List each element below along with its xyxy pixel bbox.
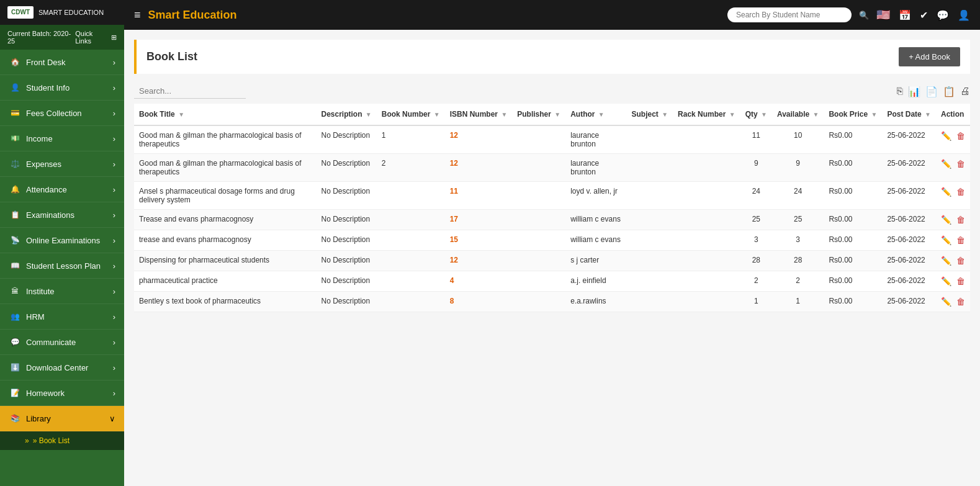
main-content: ≡ Smart Education 🔍 🇺🇸 📅 ✔ 💬 👤 Book List… xyxy=(124,0,980,486)
cell-publisher xyxy=(512,230,565,251)
sidebar-item-communicate[interactable]: 💬Communicate › xyxy=(0,330,124,355)
sidebar-item-expenses[interactable]: ⚖️Expenses › xyxy=(0,151,124,177)
delete-button[interactable]: 🗑 xyxy=(956,235,965,245)
cell-book-price: Rs0.00 xyxy=(824,210,882,230)
calendar-icon[interactable]: 📅 xyxy=(899,9,911,21)
sidebar-item-homework[interactable]: 📝Homework › xyxy=(0,380,124,406)
chevron-right-icon: › xyxy=(113,312,115,322)
col-qty[interactable]: Qty ▼ xyxy=(740,104,772,125)
edit-button[interactable]: ✏️ xyxy=(941,276,951,286)
add-book-button[interactable]: + Add Book xyxy=(899,47,960,66)
flag-icon[interactable]: 🇺🇸 xyxy=(876,8,890,22)
cell-publisher xyxy=(512,182,565,210)
col-book-number[interactable]: Book Number ▼ xyxy=(377,104,445,125)
delete-button[interactable]: 🗑 xyxy=(956,159,965,169)
cell-qty: 2 xyxy=(740,271,772,292)
sidebar-item-examinations[interactable]: 📋Examinations › xyxy=(0,202,124,228)
sidebar-item-online-examinations[interactable]: 📡Online Examinations › xyxy=(0,228,124,253)
cell-action: ✏️ 🗑 xyxy=(936,230,970,251)
sidebar-item-library[interactable]: 📚Library ∨ xyxy=(0,406,124,431)
hamburger-icon[interactable]: ≡ xyxy=(134,9,141,22)
cell-description: No Description xyxy=(317,125,377,154)
sidebar-item-hrm[interactable]: 👥HRM › xyxy=(0,304,124,330)
delete-button[interactable]: 🗑 xyxy=(956,256,965,266)
student-info-icon: 👤 xyxy=(9,81,21,94)
sidebar-item-front-desk[interactable]: 🏠Front Desk › xyxy=(0,50,124,75)
cell-isbn-number: 8 xyxy=(445,292,513,312)
sidebar-item-label: HRM xyxy=(26,312,45,322)
col-rack-number[interactable]: Rack Number ▼ xyxy=(673,104,740,125)
sidebar-logo: CDWT SMART EDUCATION xyxy=(0,0,124,25)
search-input[interactable] xyxy=(727,7,852,22)
col-book-title[interactable]: Book Title ▼ xyxy=(134,104,317,125)
cell-action: ✏️ 🗑 xyxy=(936,125,970,154)
edit-button[interactable]: ✏️ xyxy=(941,187,951,197)
cell-author: a.j. einfield xyxy=(565,271,626,292)
delete-button[interactable]: 🗑 xyxy=(956,297,965,307)
checkmark-icon[interactable]: ✔ xyxy=(920,9,928,21)
edit-button[interactable]: ✏️ xyxy=(941,159,951,169)
search-icon[interactable]: 🔍 xyxy=(859,11,869,20)
cell-rack-number xyxy=(673,271,740,292)
csv-icon[interactable]: 📄 xyxy=(925,86,938,97)
col-post-date[interactable]: Post Date ▼ xyxy=(882,104,936,125)
print-icon[interactable]: 🖨 xyxy=(960,86,970,97)
cell-post-date: 25-06-2022 xyxy=(882,182,936,210)
cell-book-price: Rs0.00 xyxy=(824,271,882,292)
table-row: Ansel s pharmaceutical dosage forms and … xyxy=(134,182,970,210)
table-search-input[interactable] xyxy=(134,84,246,99)
quick-links[interactable]: Quick Links ⊞ xyxy=(75,30,117,45)
sidebar-item-institute[interactable]: 🏛Institute › xyxy=(0,279,124,304)
cell-action: ✏️ 🗑 xyxy=(936,251,970,271)
sidebar-item-label: Student Lesson Plan xyxy=(26,261,101,271)
cell-description: No Description xyxy=(317,182,377,210)
chevron-right-icon: › xyxy=(113,134,115,143)
cell-book-title: Dispensing for pharmaceutical students xyxy=(134,251,317,271)
cell-rack-number xyxy=(673,210,740,230)
table-row: Bentley s text book of pharmaceutics No … xyxy=(134,292,970,312)
edit-button[interactable]: ✏️ xyxy=(941,131,951,141)
col-author[interactable]: Author ▼ xyxy=(565,104,626,125)
sidebar-item-book-list[interactable]: » » Book List xyxy=(0,431,124,450)
cell-qty: 28 xyxy=(740,251,772,271)
book-list-label: » Book List xyxy=(33,436,70,445)
cell-rack-number xyxy=(673,125,740,154)
cell-description: No Description xyxy=(317,292,377,312)
expenses-icon: ⚖️ xyxy=(9,158,21,170)
cell-author: e.a.rawlins xyxy=(565,292,626,312)
sidebar-item-attendance[interactable]: 🔔Attendance › xyxy=(0,177,124,202)
copy-icon[interactable]: ⎘ xyxy=(897,86,903,97)
edit-button[interactable]: ✏️ xyxy=(941,215,951,225)
sidebar-item-income[interactable]: 💵Income › xyxy=(0,126,124,151)
cell-isbn-number: 17 xyxy=(445,210,513,230)
col-isbn-number[interactable]: ISBN Number ▼ xyxy=(445,104,513,125)
chevron-right-icon: › xyxy=(113,363,115,372)
col-book-price[interactable]: Book Price ▼ xyxy=(824,104,882,125)
cell-post-date: 25-06-2022 xyxy=(882,154,936,182)
edit-button[interactable]: ✏️ xyxy=(941,297,951,307)
sidebar-item-download-center[interactable]: ⬇️Download Center › xyxy=(0,355,124,380)
cell-publisher xyxy=(512,125,565,154)
delete-button[interactable]: 🗑 xyxy=(956,215,965,225)
chevron-right-icon: › xyxy=(113,58,115,67)
delete-button[interactable]: 🗑 xyxy=(956,276,965,286)
col-subject[interactable]: Subject ▼ xyxy=(627,104,673,125)
sidebar-item-label: Library xyxy=(26,414,51,423)
sidebar-item-fees-collection[interactable]: 💳Fees Collection › xyxy=(0,101,124,126)
col-publisher[interactable]: Publisher ▼ xyxy=(512,104,565,125)
sidebar-item-student-info[interactable]: 👤Student Info › xyxy=(0,75,124,101)
excel-icon[interactable]: 📊 xyxy=(908,86,920,97)
delete-button[interactable]: 🗑 xyxy=(956,187,965,197)
topbar: ≡ Smart Education 🔍 🇺🇸 📅 ✔ 💬 👤 xyxy=(124,0,980,30)
table-row: trease and evans pharmacognosy No Descri… xyxy=(134,230,970,251)
cell-rack-number xyxy=(673,230,740,251)
delete-button[interactable]: 🗑 xyxy=(956,131,965,141)
pdf-icon[interactable]: 📋 xyxy=(943,86,955,97)
whatsapp-icon[interactable]: 💬 xyxy=(937,9,949,21)
edit-button[interactable]: ✏️ xyxy=(941,235,951,245)
sidebar-item-student-lesson-plan[interactable]: 📖Student Lesson Plan › xyxy=(0,253,124,279)
user-avatar-icon[interactable]: 👤 xyxy=(958,9,970,21)
edit-button[interactable]: ✏️ xyxy=(941,256,951,266)
col-description[interactable]: Description ▼ xyxy=(317,104,377,125)
col-available[interactable]: Available ▼ xyxy=(772,104,824,125)
